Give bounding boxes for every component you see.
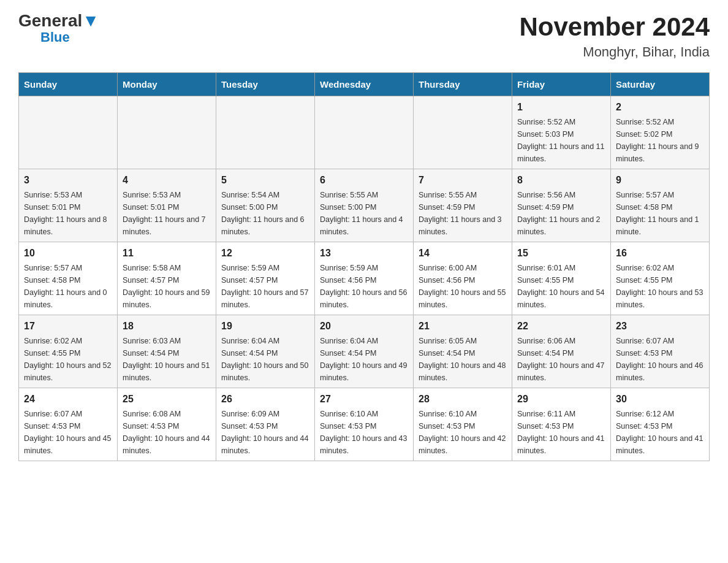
day-number: 22 [517,319,605,334]
day-number: 11 [123,246,211,261]
day-info: Sunrise: 6:04 AMSunset: 4:54 PMDaylight:… [320,335,408,384]
logo-general-text: General▼ [18,12,99,29]
day-info: Sunrise: 6:09 AMSunset: 4:53 PMDaylight:… [221,408,309,457]
day-info: Sunrise: 6:06 AMSunset: 4:54 PMDaylight:… [517,335,605,384]
day-info: Sunrise: 5:52 AMSunset: 5:02 PMDaylight:… [616,116,704,165]
table-row: 7Sunrise: 5:55 AMSunset: 4:59 PMDaylight… [414,169,512,242]
table-row: 15Sunrise: 6:01 AMSunset: 4:55 PMDayligh… [512,242,611,315]
day-number: 27 [320,392,408,407]
table-row [414,96,512,169]
day-info: Sunrise: 6:08 AMSunset: 4:53 PMDaylight:… [123,408,211,457]
day-info: Sunrise: 6:05 AMSunset: 4:54 PMDaylight:… [419,335,507,384]
day-number: 25 [123,392,211,407]
table-row: 24Sunrise: 6:07 AMSunset: 4:53 PMDayligh… [19,388,118,461]
table-row [315,96,414,169]
col-wednesday: Wednesday [315,73,414,96]
day-info: Sunrise: 5:55 AMSunset: 4:59 PMDaylight:… [419,189,507,238]
table-row: 9Sunrise: 5:57 AMSunset: 4:58 PMDaylight… [611,169,710,242]
day-number: 24 [24,392,112,407]
calendar-week-row: 17Sunrise: 6:02 AMSunset: 4:55 PMDayligh… [19,315,710,388]
day-info: Sunrise: 5:52 AMSunset: 5:03 PMDaylight:… [517,116,605,165]
day-info: Sunrise: 6:11 AMSunset: 4:53 PMDaylight:… [517,408,605,457]
logo-triangle-icon: ▼ [82,11,99,30]
day-number: 30 [616,392,704,407]
day-info: Sunrise: 5:53 AMSunset: 5:01 PMDaylight:… [123,189,211,238]
table-row: 20Sunrise: 6:04 AMSunset: 4:54 PMDayligh… [315,315,414,388]
table-row: 26Sunrise: 6:09 AMSunset: 4:53 PMDayligh… [216,388,315,461]
day-info: Sunrise: 5:56 AMSunset: 4:59 PMDaylight:… [517,189,605,238]
calendar-week-row: 3Sunrise: 5:53 AMSunset: 5:01 PMDaylight… [19,169,710,242]
table-row: 1Sunrise: 5:52 AMSunset: 5:03 PMDaylight… [512,96,611,169]
col-tuesday: Tuesday [216,73,315,96]
table-row: 21Sunrise: 6:05 AMSunset: 4:54 PMDayligh… [414,315,512,388]
calendar-week-row: 10Sunrise: 5:57 AMSunset: 4:58 PMDayligh… [19,242,710,315]
table-row: 25Sunrise: 6:08 AMSunset: 4:53 PMDayligh… [118,388,216,461]
day-number: 28 [419,392,507,407]
table-row: 30Sunrise: 6:12 AMSunset: 4:53 PMDayligh… [611,388,710,461]
table-row: 8Sunrise: 5:56 AMSunset: 4:59 PMDaylight… [512,169,611,242]
day-number: 15 [517,246,605,261]
calendar-table: Sunday Monday Tuesday Wednesday Thursday… [18,72,710,461]
day-info: Sunrise: 6:00 AMSunset: 4:56 PMDaylight:… [419,262,507,311]
day-info: Sunrise: 6:12 AMSunset: 4:53 PMDaylight:… [616,408,704,457]
table-row: 23Sunrise: 6:07 AMSunset: 4:53 PMDayligh… [611,315,710,388]
logo-blue-text: Blue [40,29,70,45]
table-row [118,96,216,169]
day-info: Sunrise: 6:10 AMSunset: 4:53 PMDaylight:… [320,408,408,457]
table-row: 2Sunrise: 5:52 AMSunset: 5:02 PMDaylight… [611,96,710,169]
day-number: 5 [221,173,309,188]
day-number: 26 [221,392,309,407]
table-row: 29Sunrise: 6:11 AMSunset: 4:53 PMDayligh… [512,388,611,461]
day-info: Sunrise: 6:07 AMSunset: 4:53 PMDaylight:… [24,408,112,457]
day-number: 10 [24,246,112,261]
table-row: 14Sunrise: 6:00 AMSunset: 4:56 PMDayligh… [414,242,512,315]
day-number: 4 [123,173,211,188]
col-saturday: Saturday [611,73,710,96]
calendar-week-row: 24Sunrise: 6:07 AMSunset: 4:53 PMDayligh… [19,388,710,461]
day-info: Sunrise: 5:59 AMSunset: 4:57 PMDaylight:… [221,262,309,311]
page-header: General▼ Blue November 2024 Monghyr, Bih… [18,12,710,60]
table-row [19,96,118,169]
day-number: 8 [517,173,605,188]
day-number: 17 [24,319,112,334]
day-info: Sunrise: 6:03 AMSunset: 4:54 PMDaylight:… [123,335,211,384]
day-number: 13 [320,246,408,261]
table-row: 12Sunrise: 5:59 AMSunset: 4:57 PMDayligh… [216,242,315,315]
col-thursday: Thursday [414,73,512,96]
table-row: 6Sunrise: 5:55 AMSunset: 5:00 PMDaylight… [315,169,414,242]
table-row: 10Sunrise: 5:57 AMSunset: 4:58 PMDayligh… [19,242,118,315]
day-info: Sunrise: 5:58 AMSunset: 4:57 PMDaylight:… [123,262,211,311]
day-number: 14 [419,246,507,261]
day-info: Sunrise: 5:53 AMSunset: 5:01 PMDaylight:… [24,189,112,238]
day-info: Sunrise: 6:04 AMSunset: 4:54 PMDaylight:… [221,335,309,384]
calendar-subtitle: Monghyr, Bihar, India [519,44,710,60]
day-number: 21 [419,319,507,334]
day-number: 18 [123,319,211,334]
day-info: Sunrise: 6:02 AMSunset: 4:55 PMDaylight:… [616,262,704,311]
table-row: 13Sunrise: 5:59 AMSunset: 4:56 PMDayligh… [315,242,414,315]
day-info: Sunrise: 6:02 AMSunset: 4:55 PMDaylight:… [24,335,112,384]
day-number: 7 [419,173,507,188]
table-row: 19Sunrise: 6:04 AMSunset: 4:54 PMDayligh… [216,315,315,388]
title-section: November 2024 Monghyr, Bihar, India [519,12,710,60]
day-number: 23 [616,319,704,334]
table-row: 18Sunrise: 6:03 AMSunset: 4:54 PMDayligh… [118,315,216,388]
col-sunday: Sunday [19,73,118,96]
table-row [216,96,315,169]
day-number: 20 [320,319,408,334]
day-info: Sunrise: 6:10 AMSunset: 4:53 PMDaylight:… [419,408,507,457]
day-info: Sunrise: 6:01 AMSunset: 4:55 PMDaylight:… [517,262,605,311]
day-info: Sunrise: 5:55 AMSunset: 5:00 PMDaylight:… [320,189,408,238]
table-row: 3Sunrise: 5:53 AMSunset: 5:01 PMDaylight… [19,169,118,242]
day-info: Sunrise: 6:07 AMSunset: 4:53 PMDaylight:… [616,335,704,384]
table-row: 17Sunrise: 6:02 AMSunset: 4:55 PMDayligh… [19,315,118,388]
day-info: Sunrise: 5:59 AMSunset: 4:56 PMDaylight:… [320,262,408,311]
day-number: 19 [221,319,309,334]
calendar-header-row: Sunday Monday Tuesday Wednesday Thursday… [19,73,710,96]
day-number: 16 [616,246,704,261]
day-info: Sunrise: 5:54 AMSunset: 5:00 PMDaylight:… [221,189,309,238]
col-monday: Monday [118,73,216,96]
table-row: 4Sunrise: 5:53 AMSunset: 5:01 PMDaylight… [118,169,216,242]
day-info: Sunrise: 5:57 AMSunset: 4:58 PMDaylight:… [616,189,704,238]
day-number: 2 [616,100,704,115]
